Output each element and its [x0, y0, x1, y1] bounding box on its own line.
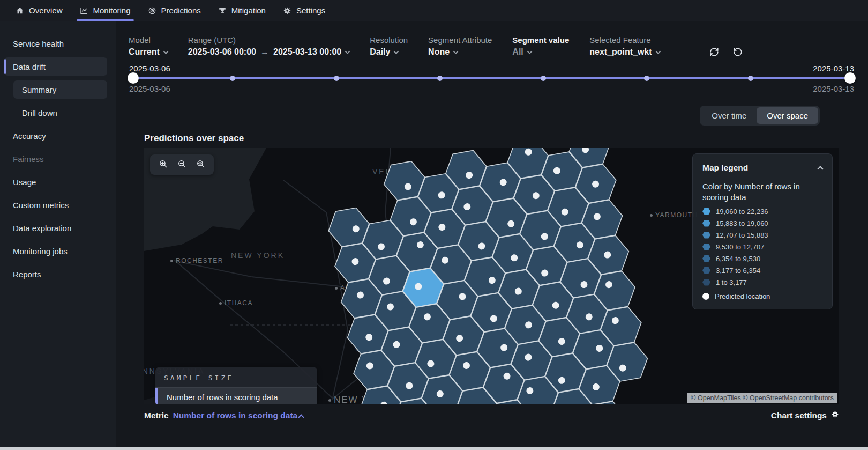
sidebar-item-label: Usage: [13, 178, 36, 187]
timeline-tick: [334, 76, 339, 81]
view-toggle: Over time Over space: [700, 106, 820, 126]
toolbar-field-resolution: ResolutionDaily: [370, 35, 408, 57]
sidebar-item-monitoring-jobs[interactable]: Monitoring jobs: [4, 242, 107, 260]
zoom-in-icon[interactable]: [155, 158, 171, 171]
legend-predicted-row: Predicted location: [702, 292, 822, 300]
legend-title: Map legend: [702, 163, 748, 173]
hexagon-swatch: [702, 255, 710, 262]
sidebar-item-data-exploration[interactable]: Data exploration: [4, 219, 107, 237]
map-canvas[interactable]: VERMONTBANGORAUGUSTAPORTLANDNEW HAMPSHIR…: [144, 148, 839, 404]
legend-color-by: Color by Number of rows in scoring data: [702, 181, 822, 203]
zoom-reset-icon[interactable]: [193, 158, 208, 171]
slider-track[interactable]: [129, 77, 854, 79]
sidebar-item-fairness[interactable]: Fairness: [4, 150, 107, 168]
gear-icon: [283, 6, 291, 15]
legend-bin-range: 9,530 to 12,707: [716, 243, 764, 251]
range-start-sublabel: 2025-03-06: [129, 84, 170, 93]
line-chart-icon: [80, 6, 88, 15]
timeline-tick: [437, 76, 443, 81]
nav-item-mitigation[interactable]: Mitigation: [209, 0, 274, 21]
hexagon-swatch: [702, 232, 710, 239]
nav-item-monitoring[interactable]: Monitoring: [71, 0, 139, 21]
slider-end-handle[interactable]: [844, 72, 856, 84]
timeline-tick: [541, 76, 546, 81]
range-end-sublabel: 2025-03-13: [813, 84, 854, 93]
sidebar-item-drill-down[interactable]: Drill down: [13, 104, 107, 122]
legend-bin-range: 6,354 to 9,530: [716, 255, 760, 263]
sidebar-item-label: Reports: [13, 270, 41, 279]
active-tab-indicator: [77, 19, 134, 21]
sidebar-item-usage[interactable]: Usage: [4, 173, 107, 191]
field-label: Segment Attribute: [428, 35, 492, 45]
field-label: Range (UTC): [188, 35, 349, 45]
chevron-down-icon: [345, 49, 350, 54]
legend-bin-range: 12,707 to 15,883: [716, 231, 768, 239]
field-value-selected-feature[interactable]: next_point_wkt: [589, 47, 660, 57]
sidebar-item-label: Data drift: [13, 62, 46, 71]
sample-size-title: SAMPLE SIZE: [155, 367, 317, 388]
chevron-down-icon: [453, 49, 459, 54]
sidebar-nav-list: Service healthData driftSummaryDrill dow…: [0, 34, 116, 283]
field-label: Model: [129, 35, 168, 45]
hexagon-swatch: [702, 244, 710, 250]
field-value-model[interactable]: Current: [129, 47, 168, 57]
legend-bin-range: 15,883 to 19,060: [716, 219, 768, 227]
timeline-tick: [644, 76, 649, 81]
app-window: Overview Monitoring Predictions Mitigati…: [0, 0, 868, 450]
timeline-tick: [230, 76, 235, 81]
sidebar-item-label: Custom metrics: [13, 201, 69, 210]
nav-item-label: Predictions: [161, 6, 201, 15]
trophy-icon: [218, 6, 227, 15]
sidebar-item-summary[interactable]: Summary: [13, 80, 107, 99]
metric-value: Number of rows in scoring data: [173, 411, 298, 421]
hexagon-swatch: [702, 267, 710, 274]
chart-settings-button[interactable]: Chart settings: [771, 410, 839, 421]
undo-icon[interactable]: [733, 47, 743, 58]
tab-over-space[interactable]: Over space: [757, 107, 818, 124]
toolbar-field-range-utc: Range (UTC)2025-03-06 00:00→2025-03-13 0…: [188, 35, 349, 57]
nav-item-label: Monitoring: [93, 6, 131, 15]
tab-over-time[interactable]: Over time: [701, 107, 757, 124]
chevron-up-icon: [298, 414, 304, 420]
legend-bin: 3,177 to 6,354: [702, 267, 822, 275]
slider-start-handle[interactable]: [128, 72, 139, 84]
legend-bin-range: 1 to 3,177: [716, 278, 747, 286]
legend-bin-range: 19,060 to 22,236: [716, 208, 768, 216]
sidebar-item-label: Accuracy: [13, 131, 46, 141]
sidebar-item-label: Monitoring jobs: [13, 247, 68, 256]
sidebar-item-label: Drill down: [22, 108, 57, 117]
sidebar-item-reports[interactable]: Reports: [4, 265, 107, 283]
field-value-range-utc[interactable]: 2025-03-06 00:00→2025-03-13 00:00: [188, 47, 349, 57]
chevron-down-icon: [163, 49, 168, 54]
metric-bar: Metric Number of rows in scoring data Ch…: [144, 410, 839, 421]
bottom-edge-strip: [0, 447, 868, 450]
field-value-segment-attribute[interactable]: None: [428, 47, 492, 57]
legend-bin: 6,354 to 9,530: [702, 255, 822, 263]
field-value-resolution[interactable]: Daily: [370, 47, 408, 57]
sidebar-item-custom-metrics[interactable]: Custom metrics: [4, 196, 107, 214]
toolbar: ModelCurrentRange (UTC)2025-03-06 00:00→…: [116, 21, 868, 58]
chevron-down-icon: [655, 49, 661, 54]
nav-item-predictions[interactable]: Predictions: [139, 0, 209, 21]
sidebar-item-data-drift[interactable]: Data drift: [4, 57, 107, 76]
legend-bins: 19,060 to 22,23615,883 to 19,06012,707 t…: [702, 208, 822, 286]
nav-item-settings[interactable]: Settings: [274, 0, 334, 21]
nav-item-overview[interactable]: Overview: [7, 0, 71, 21]
sidebar-item-service-health[interactable]: Service health: [4, 34, 107, 53]
legend-bin-range: 3,177 to 6,354: [716, 267, 760, 275]
metric-label: Metric: [144, 411, 169, 421]
collapse-legend-icon[interactable]: [817, 166, 823, 172]
field-value-segment-value[interactable]: All: [512, 47, 569, 57]
legend-bin: 1 to 3,177: [702, 278, 822, 286]
sample-size-panel: SAMPLE SIZE Number of rows in scoring da…: [155, 367, 317, 404]
map-attribution: © OpenMapTiles © OpenStreetMap contribut…: [687, 393, 837, 403]
refresh-icon[interactable]: [709, 47, 719, 58]
sample-size-option-selected[interactable]: Number of rows in scoring data: [155, 388, 317, 404]
metric-selector[interactable]: Number of rows in scoring data: [173, 411, 304, 421]
content-area: Over time Over space Predictions over sp…: [116, 106, 868, 421]
legend-bin: 9,530 to 12,707: [702, 243, 822, 251]
zoom-out-icon[interactable]: [174, 158, 190, 171]
top-navigation: Overview Monitoring Predictions Mitigati…: [0, 0, 868, 21]
sidebar-item-accuracy[interactable]: Accuracy: [4, 127, 107, 145]
predicted-location-label: Predicted location: [715, 292, 770, 300]
